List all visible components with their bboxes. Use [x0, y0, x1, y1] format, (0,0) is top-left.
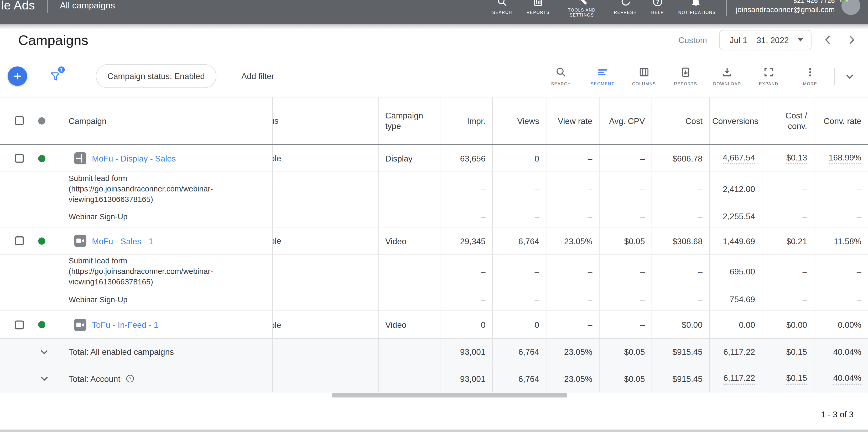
- row-checkbox[interactable]: [15, 154, 24, 163]
- nav-help-button[interactable]: ? HELP: [644, 0, 671, 15]
- display-campaign-icon: [74, 152, 86, 164]
- table-toolbar: SEARCH SEGMENT COLUMNS REPORTS: [540, 66, 860, 86]
- cost-value: $606.78: [652, 145, 709, 172]
- search-icon: [555, 66, 567, 78]
- select-all-checkbox[interactable]: [15, 116, 24, 125]
- topbar-divider: [47, 0, 48, 12]
- avg-cpv-value: –: [599, 145, 652, 172]
- cost-conv-total: $0.15: [786, 373, 807, 384]
- conv-rate-value: 11.58%: [814, 227, 868, 254]
- toolbar-more-button[interactable]: MORE: [789, 66, 831, 86]
- row-checkbox[interactable]: [15, 320, 24, 329]
- bell-icon: [690, 0, 702, 7]
- expand-total-chevron[interactable]: [38, 373, 50, 385]
- cost-value: $308.68: [652, 227, 709, 254]
- column-header-avg-cpv[interactable]: Avg. CPV: [599, 97, 652, 144]
- scrollbar-thumb[interactable]: [332, 393, 567, 398]
- campaign-type-value: Video: [378, 227, 441, 254]
- views-value: 0: [492, 311, 546, 338]
- expand-icon: [763, 66, 775, 78]
- column-header-impr[interactable]: Impr.: [441, 97, 492, 144]
- conv-rate-total: 40.04%: [814, 339, 868, 365]
- nav-notifications-button[interactable]: NOTIFICATIONS: [671, 0, 721, 15]
- column-header-conv-rate[interactable]: Conv. rate: [814, 97, 868, 144]
- date-range-picker[interactable]: Jul 1 – 31, 2022: [719, 30, 812, 50]
- total-label: Total: All enabled campaigns: [61, 339, 272, 365]
- avatar[interactable]: [841, 0, 860, 15]
- avg-cpv-value: –: [599, 311, 652, 338]
- column-header-status[interactable]: Status: [272, 97, 378, 144]
- all-campaigns-label[interactable]: All campaigns: [60, 1, 115, 10]
- views-value: 0: [492, 145, 546, 172]
- google-ads-logo[interactable]: le Ads: [0, 0, 35, 12]
- status-value: Eligible: [272, 320, 281, 329]
- total-row-enabled-campaigns: Total: All enabled campaigns 93,001 6,76…: [0, 339, 868, 365]
- more-vertical-icon: [804, 66, 816, 78]
- cost-total: $915.45: [652, 339, 709, 365]
- status-dot-enabled: [38, 321, 45, 328]
- toolbar-columns-button[interactable]: COLUMNS: [623, 66, 665, 86]
- conv-rate-value: 168.99%: [829, 153, 862, 164]
- previous-period-button[interactable]: [822, 33, 835, 47]
- help-circle-icon[interactable]: ?: [126, 374, 135, 383]
- segment-conversions-value: 2,255.54: [710, 205, 762, 227]
- video-campaign-icon: [74, 235, 86, 247]
- campaigns-table: Campaign Status Campaign type Impr. View…: [0, 97, 868, 392]
- toolbar-download-button[interactable]: DOWNLOAD: [707, 66, 748, 86]
- column-header-view-rate[interactable]: View rate: [546, 97, 599, 144]
- add-filter-button[interactable]: Add filter: [241, 71, 274, 81]
- column-header-views[interactable]: Views: [492, 97, 546, 144]
- nav-search-button[interactable]: SEARCH: [485, 0, 520, 15]
- next-period-button[interactable]: [845, 33, 858, 47]
- table-header-row: Campaign Status Campaign type Impr. View…: [0, 97, 868, 145]
- column-header-conversions[interactable]: Conversions: [709, 97, 762, 144]
- conversions-total: 6,117.22: [723, 373, 755, 384]
- conversion-action-label: Webinar Sign-Up: [68, 295, 127, 304]
- customer-id: 821-426-7726: [736, 0, 835, 4]
- search-icon: [497, 0, 508, 7]
- toolbar-reports-button[interactable]: REPORTS: [665, 66, 706, 86]
- campaign-status-filter-chip[interactable]: Campaign status: Enabled: [96, 64, 216, 88]
- wrench-icon: [576, 0, 587, 5]
- toolbar-divider: [834, 68, 835, 84]
- segment-block-row: Submit lead form (https://go.joinsandrac…: [0, 172, 868, 228]
- column-header-cost-conv[interactable]: Cost /conv.: [762, 97, 814, 144]
- account-email: joinsandraconner@gmail.com: [736, 6, 835, 14]
- column-header-cost[interactable]: Cost: [652, 97, 709, 144]
- new-campaign-button[interactable]: [8, 66, 27, 86]
- page-header: Campaigns Custom Jul 1 – 31, 2022: [0, 24, 868, 55]
- conversions-value: 1,449.69: [709, 227, 762, 254]
- nav-reports-button[interactable]: REPORTS: [520, 0, 557, 15]
- expand-total-chevron[interactable]: [38, 346, 50, 358]
- cost-conv-value: $0.00: [762, 311, 814, 338]
- toolbar-expand-button[interactable]: EXPAND: [748, 66, 789, 86]
- views-total: 6,764: [492, 365, 546, 392]
- filter-toolbar: 1 Campaign status: Enabled Add filter SE…: [0, 55, 868, 97]
- cost-value: $0.00: [652, 311, 709, 338]
- campaign-link[interactable]: MoFu - Sales - 1: [92, 236, 153, 246]
- collapse-panel-chevron[interactable]: [839, 70, 860, 82]
- table-row-campaign: MoFu - Display - Sales Eligible Display …: [0, 145, 868, 172]
- caret-down-icon: [798, 38, 803, 41]
- column-header-campaign-type[interactable]: Campaign type: [378, 97, 441, 144]
- conversion-action-label: Submit lead form (https://go.joinsandrac…: [68, 173, 213, 205]
- impr-value: 29,345: [441, 227, 492, 254]
- nav-refresh-button[interactable]: REFRESH: [607, 0, 644, 15]
- nav-tools-settings-button[interactable]: TOOLS AND SETTINGS: [557, 0, 607, 17]
- column-header-campaign[interactable]: Campaign: [61, 97, 272, 144]
- video-campaign-icon: [74, 318, 86, 331]
- view-rate-value: –: [546, 145, 599, 172]
- impr-value: 63,656: [441, 145, 492, 172]
- table-row-campaign: MoFu - Sales - 1 Eligible Video 29,345 6…: [0, 227, 868, 254]
- campaign-link[interactable]: ToFu - In-Feed - 1: [92, 320, 158, 329]
- filter-funnel-button[interactable]: 1: [50, 70, 61, 82]
- segment-conversions-value: 2,412.00: [710, 172, 762, 205]
- toolbar-search-button[interactable]: SEARCH: [540, 66, 582, 86]
- plus-icon: [12, 71, 23, 82]
- toolbar-segment-button[interactable]: SEGMENT: [582, 66, 623, 86]
- account-info[interactable]: 821-426-7726 joinsandraconner@gmail.com: [736, 0, 835, 14]
- cost-conv-value: $0.21: [762, 227, 814, 254]
- row-checkbox[interactable]: [15, 236, 24, 245]
- conversion-action-label: Submit lead form (https://go.joinsandrac…: [68, 255, 213, 287]
- campaign-link[interactable]: MoFu - Display - Sales: [92, 154, 176, 163]
